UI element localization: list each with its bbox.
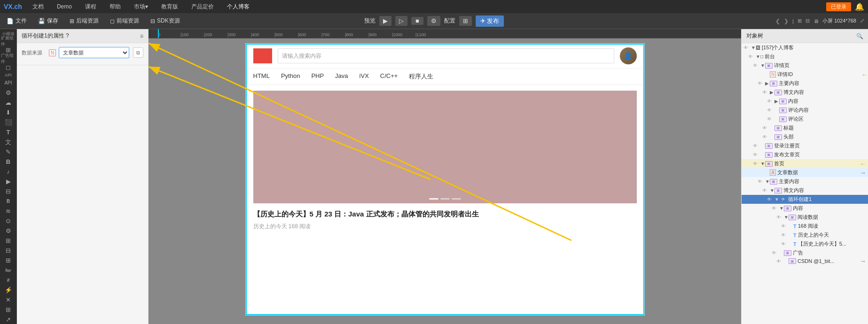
grid2-icon[interactable]: ⊞	[1, 305, 16, 314]
tree-item-blog-content-2[interactable]: 👁 ▼ ▣ 博文内容	[742, 186, 868, 195]
eye-icon-22[interactable]: 👁	[781, 232, 788, 238]
tree-item-login-page[interactable]: 👁 ▶ ▣ 登录注册页	[742, 141, 868, 150]
menu-docs[interactable]: 文档	[30, 2, 47, 12]
tree-item-ad[interactable]: 👁 ▶ ▣ 广告	[742, 248, 868, 257]
page-search[interactable]: 请输入搜索内容	[278, 48, 614, 63]
nav-next-icon[interactable]: ❯	[784, 18, 789, 24]
stop-button[interactable]: ⏹	[411, 17, 423, 25]
tree-item-title[interactable]: 👁 ▶ ▣ 标题	[742, 123, 868, 132]
tree-item-loop-create[interactable]: 👁 ▼ ⟳ 循环创建1	[742, 195, 868, 204]
expand-icon-7[interactable]: ▶	[774, 99, 779, 104]
eye-icon-18[interactable]: 👁	[767, 197, 774, 202]
layout-button[interactable]: ⊞	[459, 16, 472, 26]
tree-item-content-1[interactable]: 👁 ▶ ▣ 内容	[742, 97, 868, 106]
nav-html[interactable]: HTML	[253, 72, 270, 81]
play-outline-button[interactable]: ▷	[395, 16, 407, 26]
expand-icon-3[interactable]: ▼	[760, 63, 765, 68]
download-icon[interactable]: ⬇	[1, 108, 16, 117]
tree-item-blog[interactable]: 👁 ▼ 🖼 [157]个人博客	[742, 43, 868, 52]
bold-icon[interactable]: B	[1, 157, 16, 166]
cloud-icon[interactable]: ☁	[1, 98, 16, 107]
eye-icon-10[interactable]: 👁	[762, 125, 769, 131]
tree-item-csdn[interactable]: 👁 ▶ ▣ CSDN @1_bit... →	[742, 257, 868, 265]
menu-demo[interactable]: Demo	[54, 2, 75, 11]
square-icon[interactable]: ⬛	[1, 118, 16, 127]
eye-icon-25[interactable]: 👁	[776, 259, 783, 264]
music-icon[interactable]: ♪	[1, 167, 16, 176]
grid-icon[interactable]: ⊞	[1, 236, 16, 245]
copy-button[interactable]: ⧉	[133, 47, 143, 58]
notification-icon[interactable]: 🔔	[855, 2, 864, 11]
nav-prev-icon[interactable]: ❮	[775, 18, 780, 24]
eye-icon-16[interactable]: 👁	[758, 179, 764, 184]
eye-icon-7[interactable]: 👁	[767, 99, 774, 104]
edit-icon[interactable]: ✎	[1, 147, 16, 156]
if-icon[interactable]: if	[1, 276, 16, 285]
eye-icon-19[interactable]: 👁	[772, 206, 778, 211]
expand-icon-16[interactable]: ▼	[765, 179, 770, 184]
tree-item-history-title[interactable]: 👁 ▶ T 【历史上的今天】5...	[742, 239, 868, 248]
chinese-text-icon[interactable]: 文	[1, 138, 16, 147]
config-button[interactable]: ⚙	[427, 16, 440, 26]
expand-icon-18[interactable]: ▼	[774, 197, 779, 202]
menu-market[interactable]: 市场▾	[131, 2, 151, 12]
tree-item-frontend[interactable]: 👁 ▼ □ 前台	[742, 52, 868, 61]
tree-item-detail-id[interactable]: 👁 ▼ N 详情ID ←	[742, 70, 868, 79]
expand-icon-6[interactable]: ▶	[770, 90, 774, 95]
backend-button[interactable]: ⊞ 后端资源	[67, 15, 102, 26]
eye-icon-11[interactable]: 👁	[762, 134, 769, 139]
expand-icon-19[interactable]: ▼	[779, 206, 784, 211]
ad-icon[interactable]: ◻	[1, 63, 16, 72]
eye-icon-20[interactable]: 👁	[776, 215, 783, 220]
table-icon[interactable]: ⊞	[1, 256, 16, 265]
menu-course[interactable]: 课程	[82, 2, 99, 12]
publish-button[interactable]: ✈ 发布	[476, 15, 504, 27]
tree-item-content-2[interactable]: 👁 ▼ ▣ 内容	[742, 204, 868, 213]
eye-icon-8[interactable]: 👁	[767, 108, 774, 113]
tree-item-header[interactable]: 👁 ▶ ▣ 头部	[742, 132, 868, 141]
circle-icon[interactable]: ⊙	[1, 216, 16, 225]
menu-help[interactable]: 帮助	[107, 2, 124, 12]
for-icon[interactable]: for	[1, 266, 16, 275]
tree-item-main-content-1[interactable]: 👁 ▶ ▣ 主要内容	[742, 79, 868, 88]
eye-icon-23[interactable]: 👁	[781, 241, 788, 247]
eye-icon-12[interactable]: 👁	[753, 143, 759, 148]
settings-icon[interactable]: ⚙	[1, 88, 16, 97]
dot-1[interactable]	[429, 198, 438, 200]
columns-icon[interactable]: ⊟	[805, 18, 810, 24]
layout-icon[interactable]: ⊞	[798, 18, 802, 24]
datasource-select[interactable]: 文章数据	[59, 47, 129, 58]
screen-expand-icon[interactable]: ⤢	[860, 18, 864, 24]
dot-2[interactable]	[440, 198, 450, 200]
tree-item-168-read[interactable]: 👁 ▶ T 168 阅读	[742, 222, 868, 231]
tree-item-history-today[interactable]: 👁 ▶ T 历史上的今天	[742, 231, 868, 239]
eye-icon[interactable]: 👁	[743, 45, 750, 50]
expand-icon[interactable]: ▼	[751, 45, 756, 50]
eye-icon-9[interactable]: 👁	[767, 116, 774, 122]
expand-icon-14[interactable]: ▼	[760, 161, 765, 166]
close-icon[interactable]: ✕	[1, 295, 16, 304]
tree-item-main-content-2[interactable]: 👁 ▼ ▣ 主要内容	[742, 177, 868, 186]
expand-icon-5[interactable]: ▶	[765, 81, 770, 86]
expand-icon-2[interactable]: ▼	[756, 54, 760, 59]
eye-icon-6[interactable]: 👁	[762, 90, 769, 95]
panel-menu-icon[interactable]: ≡	[140, 33, 143, 39]
tree-item-detail-page[interactable]: 👁 ▼ ▣ 详情页	[742, 61, 868, 70]
menu-education[interactable]: 教育版	[158, 2, 181, 12]
play-button[interactable]: ▶	[379, 16, 391, 26]
nav-ivx[interactable]: iVX	[360, 72, 369, 81]
menu-pricing[interactable]: 产品定价	[188, 2, 217, 12]
save-button[interactable]: 💾 保存	[35, 15, 61, 26]
eye-icon-21[interactable]: 👁	[781, 224, 788, 229]
eye-icon-2[interactable]: 👁	[748, 54, 755, 59]
video-icon[interactable]: ▶	[1, 177, 16, 186]
tree-item-blog-content-1[interactable]: 👁 ▶ ▣ 博文内容	[742, 88, 868, 97]
eye-icon-24[interactable]: 👁	[772, 250, 778, 255]
login-button[interactable]: 已登录	[826, 2, 851, 11]
eye-icon-14[interactable]: 👁	[753, 161, 759, 166]
tree-item-read-data[interactable]: 👁 ▼ ▣ 阅读数据	[742, 213, 868, 222]
eye-icon-5[interactable]: 👁	[758, 81, 764, 86]
eye-icon-17[interactable]: 👁	[762, 188, 769, 193]
gear-grid-icon[interactable]: ⚙	[1, 226, 16, 235]
eye-icon-3[interactable]: 👁	[753, 63, 759, 68]
